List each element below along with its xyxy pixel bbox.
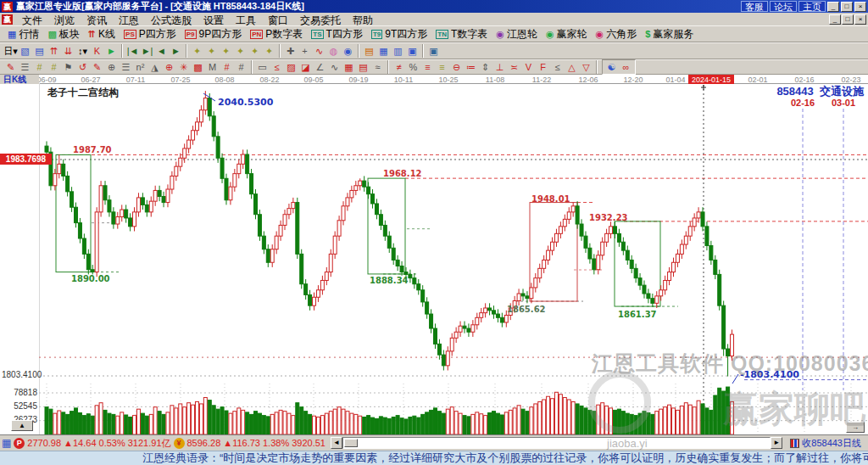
hatch-box-icon[interactable]: ▨ (284, 60, 298, 74)
marker-icon[interactable]: ✎ (90, 60, 104, 74)
calculator-icon[interactable]: ▦ (376, 44, 391, 58)
menu-item-browse[interactable]: 浏览 (48, 14, 81, 26)
updown-icon[interactable]: ⇕ (478, 60, 492, 74)
kline-zoom-in-icon[interactable]: ⇈ (47, 44, 61, 58)
go-first-icon[interactable]: |◄ (125, 44, 140, 58)
menu-item-trade[interactable]: 交易委托 (294, 14, 347, 26)
gann-wheel-button[interactable]: ◉江恩轮 (492, 26, 542, 42)
triangle-tool-icon[interactable]: ◮ (147, 60, 162, 74)
row-grid-icon[interactable]: ▤ (356, 60, 370, 74)
sine-icon[interactable]: ∿ (327, 60, 342, 74)
go-next-icon[interactable]: ► (169, 44, 183, 58)
winner-wheel-button[interactable]: ◉赢家轮 (542, 26, 592, 42)
grid-a-icon[interactable]: # (32, 60, 47, 74)
forum-link[interactable]: 论坛 (770, 1, 797, 12)
net-grid-icon[interactable]: # (234, 60, 248, 74)
kline-style-icon[interactable]: K (90, 44, 104, 58)
ratio-icon[interactable]: ≔ (464, 60, 478, 74)
fan-grid-icon[interactable]: # (220, 60, 234, 74)
hand-drag-icon[interactable]: ✚ (283, 44, 298, 58)
quote-grid-icon[interactable]: ▦ (2, 436, 11, 450)
grid-b-icon[interactable]: # (47, 60, 61, 74)
sectors-button[interactable]: ▩板块 (43, 26, 83, 42)
go-last-icon[interactable]: ►| (140, 44, 154, 58)
pair-lines-icon[interactable]: ≍ (507, 60, 521, 74)
scrollbar-left-arrow[interactable]: ◄ (331, 437, 342, 449)
pattern-tool-icon[interactable]: ◍ (326, 44, 341, 58)
chart-layout-icon[interactable]: ▧ (18, 44, 32, 58)
levels-b-icon[interactable]: ≡ (435, 60, 449, 74)
gann-diamond-1-icon[interactable]: ✦ (190, 44, 204, 58)
kline-zoom-out-icon[interactable]: ⇊ (61, 44, 75, 58)
calendar-icon[interactable]: ▤ (362, 44, 376, 58)
t-square-button[interactable]: TST四方形 (307, 26, 367, 42)
menu-item-file[interactable]: 文件 (16, 14, 48, 26)
levels-a-icon[interactable]: ≡ (420, 60, 435, 74)
candlestick-canvas[interactable]: 06-0906-2707-1107-2508-0808-2209-0509-19… (0, 75, 868, 434)
9p-square-button[interactable]: P99P四方形 (181, 26, 246, 42)
save-icon[interactable]: ▣ (405, 44, 420, 58)
box-tool-icon[interactable]: ▭ (255, 60, 270, 74)
child-close-button[interactable]: × (854, 14, 866, 25)
menu-item-help[interactable]: 帮助 (347, 14, 379, 26)
target-icon[interactable]: ⊕ (162, 60, 176, 74)
p-square-button[interactable]: PSP四方形 (120, 26, 181, 42)
gann-diamond-4-icon[interactable]: ✦ (233, 44, 248, 58)
angle-icon[interactable]: ∠ (313, 60, 327, 74)
menu-item-tools[interactable]: 工具 (230, 14, 262, 26)
percent-lines-icon[interactable]: ≠ (392, 60, 406, 74)
gann-diamond-2-icon[interactable]: ✦ (204, 44, 219, 58)
workstation-icon[interactable]: ▣ (426, 44, 441, 58)
shaded-box-icon[interactable]: ▩ (191, 60, 205, 74)
kline-chart[interactable]: 06-0906-2707-1107-2508-0808-2209-0509-19… (0, 75, 868, 434)
fib-icon[interactable]: F (536, 60, 550, 74)
quotes-button[interactable]: ▦行情 (3, 26, 43, 42)
p-table-button[interactable]: PNP数字表 (246, 26, 307, 42)
report-view-icon[interactable]: ▤ (32, 44, 47, 58)
ruler-lines-icon[interactable]: ☰ (119, 60, 133, 74)
scrollbar-right-arrow[interactable]: ► (771, 437, 782, 449)
winner-service-button[interactable]: $赢家服务 (641, 26, 698, 42)
horizontal-lines-icon[interactable]: ☰ (18, 60, 32, 74)
finder-icon[interactable]: ◉ (341, 44, 355, 58)
hexagon-button[interactable]: ◉六角形 (592, 26, 642, 42)
menu-item-window[interactable]: 窗口 (262, 14, 294, 26)
go-prev-icon[interactable]: ◄ (154, 44, 169, 58)
scale-select-icon[interactable]: ↕▾ (75, 44, 90, 58)
t-table-button[interactable]: TNT数字表 (431, 26, 492, 42)
star-burst-icon[interactable]: ✳ (176, 60, 191, 74)
child-restore-button[interactable]: □ (842, 14, 854, 25)
chart-scrollbar[interactable]: ◄ ► (331, 437, 782, 450)
waves-icon[interactable]: ≈ (370, 60, 385, 74)
customer-service-link[interactable]: 客服 (741, 1, 768, 12)
angle-fan-icon[interactable]: ≤ (270, 60, 284, 74)
split-circle-icon[interactable]: ⊖ (449, 60, 464, 74)
restore-button[interactable]: □ (841, 2, 853, 12)
scrollbar-track[interactable] (342, 437, 771, 449)
tri-up-icon[interactable]: △ (565, 60, 579, 74)
spiral-icon[interactable]: ↺ (75, 60, 90, 74)
scroll-right-chart-button[interactable]: → (846, 422, 865, 433)
9t-square-button[interactable]: T99T四方形 (367, 26, 431, 42)
close-button[interactable]: × (854, 2, 866, 12)
minimize-button[interactable]: _ (827, 2, 839, 12)
period-daily-icon[interactable]: 日▾ (3, 44, 18, 58)
yinyang-icon[interactable]: ☯ (604, 60, 619, 74)
tri-down-icon[interactable]: ▽ (579, 60, 593, 74)
v-pattern-icon[interactable]: V (521, 60, 536, 74)
scrollbar-thumb[interactable] (344, 439, 358, 447)
menu-item-gann[interactable]: 江恩 (113, 14, 145, 26)
square-grid-icon[interactable]: ▦ (342, 60, 356, 74)
n-square-icon[interactable]: n² (133, 60, 147, 74)
gann-diamond-6-icon[interactable]: ✦ (262, 44, 276, 58)
homepage-link[interactable]: 主页 (798, 1, 826, 12)
half-box-icon[interactable]: ◪ (298, 60, 313, 74)
expand-volume-button[interactable]: ▲ (11, 420, 33, 431)
infinity-icon[interactable]: ∞ (619, 60, 633, 74)
child-minimize-button[interactable]: _ (829, 14, 841, 25)
percent-icon[interactable]: % (406, 60, 420, 74)
pencil-icon[interactable]: ✎ (3, 60, 18, 74)
kline-button[interactable]: ⇈K线 (84, 26, 120, 42)
crosshair-icon[interactable]: + (298, 44, 312, 58)
menu-item-settings[interactable]: 设置 (198, 14, 230, 26)
